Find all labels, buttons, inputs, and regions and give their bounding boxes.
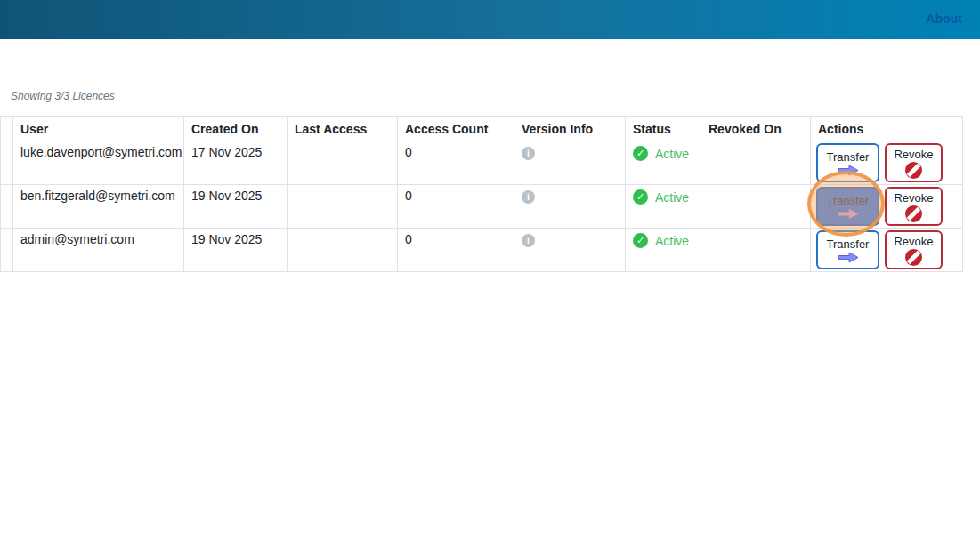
revoke-button[interactable]: Revoke	[885, 230, 943, 269]
user-cell: luke.davenport@symetri.com	[13, 141, 184, 185]
actions-cell: Transfer Revoke	[811, 229, 963, 272]
created-on-cell: 19 Nov 2025	[184, 229, 288, 272]
revoke-button[interactable]: Revoke	[885, 187, 943, 226]
status-badge: ✓ Active	[633, 189, 689, 205]
transfer-button-label: Transfer	[827, 150, 870, 164]
active-check-icon: ✓	[633, 189, 648, 205]
status-cell: ✓ Active	[626, 229, 701, 272]
transfer-button[interactable]: Transfer	[816, 143, 879, 182]
status-label: Active	[655, 190, 689, 205]
column-header-actions: Actions	[811, 117, 963, 141]
table-row: ben.fitzgerald@symetri.com 19 Nov 2025 0…	[1, 185, 963, 229]
header-row: User Created On Last Access Access Count…	[1, 117, 963, 141]
status-cell: ✓ Active	[626, 141, 701, 185]
access-count-cell: 0	[398, 229, 514, 272]
table-header: User Created On Last Access Access Count…	[1, 117, 963, 141]
column-header-last-access: Last Access	[288, 117, 398, 141]
licence-count-summary: Showing 3/3 Licences	[11, 90, 980, 102]
access-count-cell: 0	[398, 141, 514, 185]
last-access-cell	[288, 185, 398, 229]
info-icon[interactable]: i	[522, 234, 535, 247]
column-header-spacer	[1, 117, 13, 141]
table-row: admin@symetri.com 19 Nov 2025 0 i ✓ Acti…	[1, 229, 963, 272]
transfer-button[interactable]: Transfer	[816, 230, 879, 269]
arrow-right-icon	[838, 165, 859, 176]
revoke-button-label: Revoke	[894, 148, 933, 161]
revoked-on-cell	[701, 229, 811, 272]
licence-table: User Created On Last Access Access Count…	[0, 116, 963, 272]
revoked-on-cell	[701, 185, 811, 229]
row-spacer-cell	[1, 141, 13, 185]
revoke-button[interactable]: Revoke	[885, 143, 943, 182]
transfer-button-label: Transfer	[827, 194, 870, 207]
column-header-access-count: Access Count	[398, 117, 514, 141]
column-header-created-on: Created On	[184, 117, 288, 141]
column-header-status: Status	[626, 117, 701, 141]
prohibited-icon	[905, 249, 922, 266]
created-on-cell: 17 Nov 2025	[184, 141, 288, 185]
column-header-revoked-on: Revoked On	[701, 117, 811, 141]
revoked-on-cell	[701, 141, 811, 185]
licence-table-body: luke.davenport@symetri.com 17 Nov 2025 0…	[1, 141, 963, 272]
transfer-button[interactable]: Transfer	[816, 187, 879, 226]
status-label: Active	[655, 234, 689, 248]
version-info-cell: i	[514, 185, 626, 229]
info-icon[interactable]: i	[522, 147, 535, 160]
row-spacer-cell	[1, 185, 13, 229]
status-label: Active	[655, 147, 689, 161]
created-on-cell: 19 Nov 2025	[184, 185, 288, 229]
last-access-cell	[288, 229, 398, 272]
status-badge: ✓ Active	[633, 146, 689, 161]
about-link[interactable]: About	[927, 12, 962, 26]
status-cell: ✓ Active	[626, 185, 701, 229]
prohibited-icon	[905, 205, 922, 222]
revoke-button-label: Revoke	[894, 235, 933, 248]
transfer-button-label: Transfer	[827, 237, 870, 251]
arrow-right-icon	[838, 208, 859, 220]
last-access-cell	[288, 141, 398, 185]
prohibited-icon	[905, 162, 922, 179]
version-info-cell: i	[514, 229, 626, 272]
page: About Showing 3/3 Licences User Created …	[0, 0, 980, 272]
arrow-right-icon	[838, 252, 859, 263]
access-count-cell: 0	[398, 185, 514, 229]
row-spacer-cell	[1, 229, 13, 272]
actions-cell: Transfer Revoke	[811, 185, 963, 229]
actions-cell: Transfer Revoke	[811, 141, 963, 185]
info-icon[interactable]: i	[522, 190, 535, 204]
app-header: About	[0, 0, 980, 39]
active-check-icon: ✓	[633, 233, 648, 248]
column-header-user: User	[13, 117, 184, 141]
user-cell: ben.fitzgerald@symetri.com	[13, 185, 184, 229]
active-check-icon: ✓	[633, 146, 648, 161]
user-cell: admin@symetri.com	[13, 229, 184, 272]
revoke-button-label: Revoke	[894, 191, 933, 205]
status-badge: ✓ Active	[633, 233, 689, 248]
column-header-version-info: Version Info	[514, 117, 626, 141]
table-row: luke.davenport@symetri.com 17 Nov 2025 0…	[1, 141, 963, 185]
version-info-cell: i	[514, 141, 626, 185]
